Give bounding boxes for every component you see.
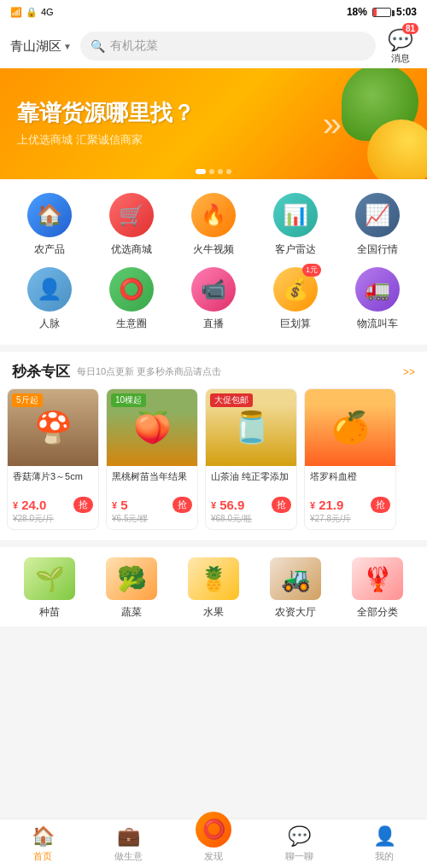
peach-rob-btn[interactable]: 抢 [173, 497, 192, 513]
nav-profile-icon: 👤 [373, 825, 396, 848]
nav-business-label: 做生意 [114, 850, 143, 863]
nav-chat-label: 聊一聊 [285, 850, 313, 863]
nav-home-label: 首页 [33, 850, 52, 863]
nav-chat-icon: 💬 [288, 825, 311, 848]
peach-tag: 10棵起 [111, 393, 146, 407]
fruit-label: 水果 [203, 605, 224, 620]
category-item-video[interactable]: 🔥 火牛视频 [179, 193, 248, 257]
cat-vegetable[interactable]: 🥦 蔬菜 [97, 557, 166, 620]
bottom-nav: 🏠 首页 💼 做生意 ⭕ 发现 💬 聊一聊 👤 我的 [0, 818, 427, 868]
nav-home-icon: 🏠 [32, 825, 55, 848]
banner[interactable]: 靠谱货源哪里找？ 上优选商城 汇聚诚信商家 » [0, 68, 427, 179]
orange-rob-btn[interactable]: 抢 [371, 497, 390, 513]
category-item-live[interactable]: 📹 直播 [179, 267, 248, 331]
flash-product-mushroom[interactable]: 🍄 5斤起 香菇薄片3～5cm ¥ 24.0 抢 ¥28.0元/斤 [7, 388, 99, 530]
flash-product-oil[interactable]: 🫙 大促包邮 山茶油 纯正零添加 ¥ 56.9 抢 ¥68.0元/瓶 [205, 388, 297, 530]
battery-percent: 18% [347, 6, 367, 18]
all-image: 🦞 [352, 557, 403, 600]
category-label-live: 直播 [203, 317, 224, 331]
seeding-label: 种苗 [39, 605, 60, 620]
cat-seeding[interactable]: 🌱 种苗 [15, 557, 84, 620]
mushroom-tag: 5斤起 [12, 393, 43, 407]
category-item-deals[interactable]: 💰 1元 巨划算 [261, 267, 330, 331]
peach-price-row: ¥ 5 抢 [112, 497, 192, 513]
mall-icon: 🛒 [109, 193, 154, 237]
nav-discover-icon: ⭕ [196, 812, 231, 848]
oil-name: 山茶油 纯正零添加 [211, 470, 291, 494]
oil-old-price: ¥68.0元/瓶 [211, 513, 291, 525]
agricultural-icon: 🏠 [27, 193, 72, 237]
deals-icon: 💰 1元 [273, 267, 318, 312]
category-grid: 🏠 农产品 🛒 优选商城 🔥 火牛视频 📊 客户雷达 📈 全国行情 👤 人脉 ⭕… [0, 179, 427, 345]
category-label-mall: 优选商城 [111, 242, 152, 257]
orange-price-row: ¥ 21.9 抢 [310, 497, 390, 513]
cat-all[interactable]: 🦞 全部分类 [343, 557, 412, 620]
logistics-icon: 🚛 [355, 267, 400, 312]
peach-name: 黑桃树苗当年结果 [112, 470, 192, 494]
orange-old-price: ¥27.8元/斤 [310, 513, 390, 525]
orange-name: 塔罗科血橙 [310, 470, 390, 494]
category-item-network[interactable]: 👤 人脉 [15, 267, 84, 331]
location-button[interactable]: 青山湖区 ▼ [10, 38, 72, 55]
banner-dots [196, 169, 231, 174]
cat-agri[interactable]: 🚜 农资大厅 [261, 557, 330, 620]
radar-icon: 📊 [273, 193, 318, 237]
search-bar[interactable]: 🔍 有机花菜 [80, 32, 376, 61]
oil-rob-btn[interactable]: 抢 [272, 497, 291, 513]
cat-fruit[interactable]: 🍍 水果 [179, 557, 248, 620]
live-icon: 📹 [191, 267, 236, 312]
mushroom-price: 24.0 [21, 498, 46, 512]
market-icon: 📈 [355, 193, 400, 237]
category-label-video: 火牛视频 [193, 242, 234, 257]
mushroom-info: 香菇薄片3～5cm ¥ 24.0 抢 ¥28.0元/斤 [8, 466, 98, 529]
network-icon: 👤 [27, 267, 72, 312]
orange-price-prefix: ¥ [310, 500, 315, 510]
deals-badge: 1元 [302, 264, 321, 277]
all-label: 全部分类 [357, 605, 398, 620]
category-label-network: 人脉 [39, 317, 60, 331]
message-button[interactable]: 81 💬 消息 [384, 28, 417, 65]
oil-price-prefix: ¥ [211, 500, 216, 510]
category-item-logistics[interactable]: 🚛 物流叫车 [343, 267, 412, 331]
nav-discover[interactable]: ⭕ 发现 [171, 824, 256, 863]
flash-product-peach[interactable]: 🍑 10棵起 黑桃树苗当年结果 ¥ 5 抢 ¥6.5元/棵 [106, 388, 198, 530]
oil-image: 🫙 大促包邮 [206, 389, 296, 466]
oil-tag: 大促包邮 [210, 393, 253, 407]
video-icon: 🔥 [191, 193, 236, 237]
nav-business[interactable]: 💼 做生意 [85, 825, 171, 863]
category-row-1: 🏠 农产品 🛒 优选商城 🔥 火牛视频 📊 客户雷达 📈 全国行情 [9, 193, 418, 257]
orange-image: 🍊 [305, 389, 395, 466]
category-label-circle: 生意圈 [116, 317, 147, 331]
flash-product-orange[interactable]: 🍊 塔罗科血橙 ¥ 21.9 抢 ¥27.8元/斤 [304, 388, 396, 530]
category-label-radar: 客户雷达 [275, 242, 316, 257]
nav-profile[interactable]: 👤 我的 [342, 825, 427, 863]
mushroom-old-price: ¥28.0元/斤 [13, 513, 93, 525]
category-item-mall[interactable]: 🛒 优选商城 [97, 193, 166, 257]
seeding-image: 🌱 [24, 557, 75, 600]
category-item-agricultural[interactable]: 🏠 农产品 [15, 193, 84, 257]
banner-content: 靠谱货源哪里找？ 上优选商城 汇聚诚信商家 [17, 100, 195, 147]
dropdown-arrow-icon: ▼ [63, 42, 72, 51]
nav-home[interactable]: 🏠 首页 [0, 825, 85, 863]
banner-title: 靠谱货源哪里找？ [17, 100, 195, 126]
peach-price-prefix: ¥ [112, 500, 117, 510]
nav-chat[interactable]: 💬 聊一聊 [256, 825, 342, 863]
category-item-circle[interactable]: ⭕ 生意圈 [97, 267, 166, 331]
status-left: 📶 🔒 4G [10, 7, 54, 18]
banner-arrows-icon: » [323, 105, 342, 143]
status-bar: 📶 🔒 4G 18% 5:03 [0, 0, 427, 24]
orange-info: 塔罗科血橙 ¥ 21.9 抢 ¥27.8元/斤 [305, 466, 395, 529]
search-icon: 🔍 [91, 39, 105, 53]
flash-sale-products: 🍄 5斤起 香菇薄片3～5cm ¥ 24.0 抢 ¥28.0元/斤 🍑 10棵起… [0, 388, 427, 540]
oil-price: 56.9 [219, 498, 244, 512]
category-label-agricultural: 农产品 [34, 242, 65, 257]
category-item-radar[interactable]: 📊 客户雷达 [261, 193, 330, 257]
mushroom-rob-btn[interactable]: 抢 [73, 497, 93, 513]
fruit-image: 🍍 [188, 557, 239, 600]
flash-sale-more[interactable]: >> [403, 366, 415, 378]
category-row-2: 👤 人脉 ⭕ 生意圈 📹 直播 💰 1元 巨划算 🚛 物流叫车 [9, 267, 418, 331]
wifi-icon: 🔒 [26, 7, 38, 18]
category-label-market: 全国行情 [357, 242, 398, 257]
category-item-market[interactable]: 📈 全国行情 [343, 193, 412, 257]
agri-image: 🚜 [270, 557, 321, 600]
